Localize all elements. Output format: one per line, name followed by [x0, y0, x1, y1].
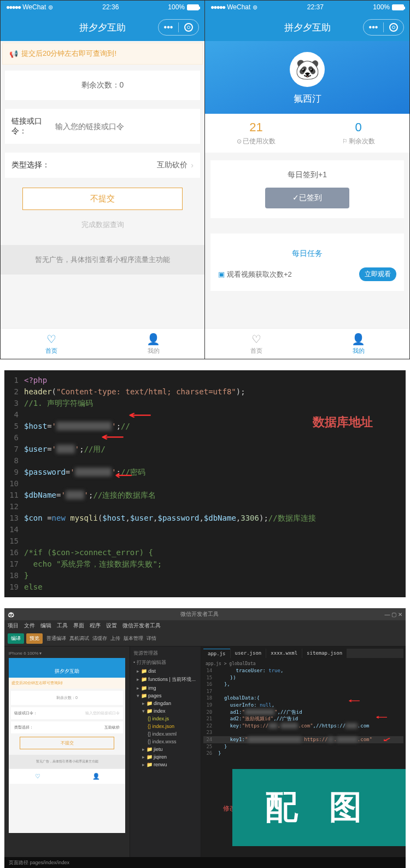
battery-percent: 100% [373, 3, 390, 11]
avatar[interactable]: 🐼 [290, 52, 325, 87]
tree-folder[interactable]: 📁 index [132, 707, 198, 715]
speaker-icon: 📢 [9, 50, 18, 58]
menu-item[interactable]: 界面 [73, 622, 84, 630]
signin-panel: 每日签到+1 ✓已签到 [210, 160, 404, 218]
nav-bar: 拼夕夕互助 ••• [1, 14, 204, 41]
code-line: 2header("Content-type: text/html; charse… [4, 386, 406, 398]
tab-home[interactable]: ♡ 首页 [205, 329, 307, 359]
menu-item[interactable]: 文件 [24, 622, 35, 630]
video-icon: ▣ [218, 270, 225, 278]
tab-me[interactable]: 👤 我的 [103, 329, 205, 359]
close-target-icon[interactable] [384, 20, 403, 35]
used-count: 21 [205, 120, 307, 135]
status-time: 22:37 [307, 3, 324, 11]
editor-line: 18 globalData:{ [203, 695, 403, 702]
tree-folder[interactable]: 📁 jiqiren [132, 753, 198, 761]
capsule-menu[interactable]: ••• [158, 19, 199, 36]
editor-line: 21 ad2:"激励视频id",//广告id [203, 715, 403, 723]
code-line: 19else [4, 581, 406, 593]
editor-tab[interactable]: user.json [231, 649, 266, 658]
chevron-right-icon: › [191, 161, 194, 170]
status-bar: ●●●●● WeChat ⊚ 22:36 100% [1, 1, 204, 14]
breadcrumb: app.js > globalData [203, 660, 403, 667]
tree-file[interactable]: {} index.wxml [132, 730, 198, 738]
notice-bar: 📢 提交后20分钟左右即可查询到! [2, 43, 203, 65]
menu-item[interactable]: 编辑 [40, 622, 51, 630]
stats-row: 21 ⊙已使用次数 0 ⚐剩余次数 [205, 114, 409, 153]
stat-remain[interactable]: 0 ⚐剩余次数 [307, 114, 409, 153]
toolbar-item[interactable]: 真机调试 [69, 636, 89, 641]
page-title: 拼夕夕互助 [284, 21, 331, 34]
phone-screenshot-1: ●●●●● WeChat ⊚ 22:36 100% 拼夕夕互助 ••• 📢 提交… [1, 1, 205, 359]
type-value: 互助砍价 [55, 160, 188, 170]
tree-folder[interactable]: 📁 renwu [132, 761, 198, 768]
type-select-row[interactable]: 类型选择： 互助砍价 › [5, 153, 200, 178]
more-icon[interactable]: ••• [159, 20, 178, 35]
stat-used[interactable]: 21 ⊙已使用次数 [205, 114, 307, 153]
tree-folder[interactable]: 📁 pages [132, 692, 198, 700]
tree-folder[interactable]: 📁 img [132, 684, 198, 692]
signed-button[interactable]: ✓已签到 [265, 188, 349, 208]
menu-item[interactable]: 项目 [8, 622, 19, 630]
menu-item[interactable]: 微信开发者工具 [122, 622, 161, 630]
task-panel: 每日任务 ▣ 观看视频获取次数+2 立即观看 [210, 234, 404, 291]
close-target-icon[interactable] [179, 20, 198, 35]
file-explorer[interactable]: 资源管理器 • 打开的编辑器 📁 dist📁 functions | 当前环境.… [130, 646, 201, 857]
editor-line: 20 ad1:"██████████",//广告id [203, 709, 403, 716]
wechat-devtools-ide: 🐼 微信开发者工具 — ▢ ✕ 项目文件编辑工具界面程序设置微信开发者工具 编译… [4, 608, 406, 868]
tree-folder[interactable]: 📁 dingdan [132, 700, 198, 707]
app-icon: 🐼 [8, 611, 14, 617]
capsule-menu[interactable]: ••• [363, 19, 404, 36]
watch-button[interactable]: 立即观看 [359, 267, 396, 281]
menu-item[interactable]: 设置 [106, 622, 117, 630]
editor-tab[interactable]: xxxx.wxml [266, 649, 302, 658]
code-line: 8 [4, 455, 406, 467]
more-icon[interactable]: ••• [364, 20, 383, 35]
ide-statusbar: 页面路径 pages/index/index [4, 857, 406, 868]
tree-folder[interactable]: 📁 dist [132, 667, 198, 675]
toolbar-item[interactable]: 清缓存 [92, 636, 107, 641]
editor-tabs[interactable]: app.jsuser.jsonxxxx.wxmlsitemap.json [203, 649, 403, 658]
tab-me[interactable]: 👤 我的 [307, 329, 409, 359]
explorer-header: 资源管理器 [132, 649, 198, 658]
editor-tab[interactable]: sitemap.json [302, 649, 347, 658]
daily-task-title: 每日任务 [218, 249, 396, 259]
code-line: 6 [4, 432, 406, 444]
compile-button[interactable]: 编译 [8, 633, 24, 644]
tree-file[interactable]: {} index.wxss [132, 738, 198, 745]
ide-menubar[interactable]: 项目文件编辑工具界面程序设置微信开发者工具 [4, 620, 406, 631]
preview-button[interactable]: 预览 [26, 633, 43, 644]
link-input[interactable] [55, 122, 194, 131]
link-label: 链接或口令： [11, 116, 55, 136]
user-icon: 👤 [352, 333, 365, 346]
notice-text: 提交后20分钟左右即可查询到! [21, 49, 116, 59]
toolbar-item[interactable]: 版本管理 [124, 636, 143, 641]
code-line: 9$password='████████';//密码 [4, 467, 406, 478]
code-line: 10 [4, 478, 406, 490]
toolbar-item[interactable]: 详情 [147, 636, 156, 641]
tree-file[interactable]: {} index.json [132, 723, 198, 730]
clock-icon: ⊙ [237, 138, 242, 144]
battery-icon [392, 4, 404, 10]
tree-folder[interactable]: 📁 functions | 当前环境... [132, 675, 198, 684]
submit-button[interactable]: 不提交 [22, 188, 183, 210]
menu-item[interactable]: 程序 [90, 622, 101, 630]
window-controls[interactable]: — ▢ ✕ [384, 611, 402, 617]
menu-item[interactable]: 工具 [57, 622, 68, 630]
editor-tab[interactable]: app.js [203, 649, 230, 658]
ide-toolbar[interactable]: 编译 预览 普通编译真机调试清缓存上传版本管理详情 [4, 631, 406, 646]
tree-folder[interactable]: 📁 jietu [132, 745, 198, 753]
tree-file[interactable]: {} index.js [132, 715, 198, 723]
carrier-label: WeChat [227, 3, 250, 11]
remain-count: 0 [307, 120, 409, 135]
remain-card: 剩余次数：0 [5, 71, 200, 100]
tab-home[interactable]: ♡ 首页 [1, 329, 103, 359]
link-input-row[interactable]: 链接或口令： [5, 109, 200, 144]
battery-icon [187, 4, 199, 10]
toolbar-item[interactable]: 上传 [110, 636, 120, 641]
arrow-icon: ↙ [382, 734, 391, 743]
toolbar-item[interactable]: 普通编译 [46, 636, 66, 641]
query-link[interactable]: 完成数据查询 [1, 215, 204, 234]
code-line: 13$con =new mysqli($host,$user,$password… [4, 512, 406, 524]
simulator-screen[interactable]: 拼夕夕互助 提交后20分钟左右即可查询到! 剩余次数：0 链接或口令：输入您的链… [9, 658, 125, 833]
